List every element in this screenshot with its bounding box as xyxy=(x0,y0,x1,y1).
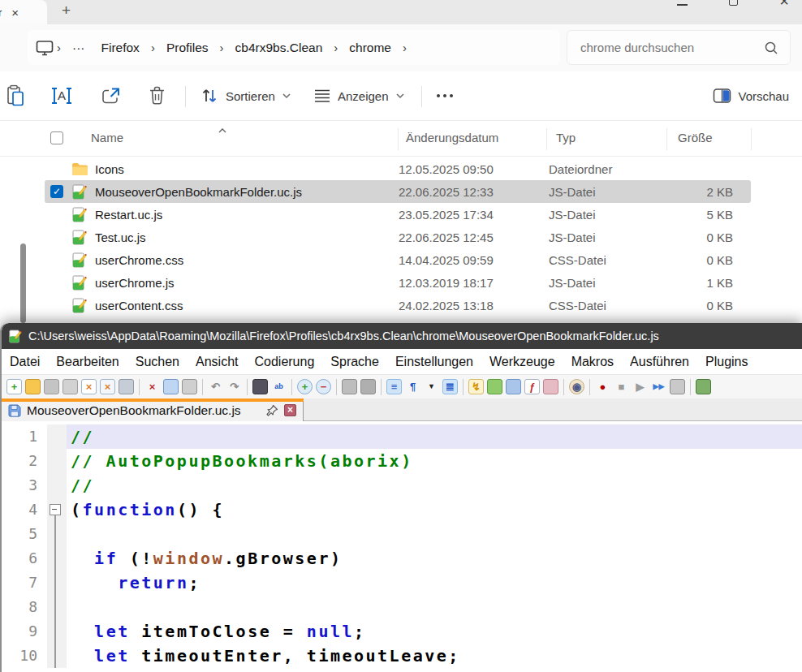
symbols-dropdown-icon[interactable]: ▼ xyxy=(424,379,439,394)
notepadpp-titlebar[interactable]: C:\Users\weiss\AppData\Roaming\Mozilla\F… xyxy=(2,323,802,349)
document-tab[interactable]: MouseoverOpenBookmarkFolder.uc.js × xyxy=(2,398,304,421)
new-file-icon[interactable]: + xyxy=(6,379,22,394)
menu-ansicht[interactable]: Ansicht xyxy=(188,355,246,369)
plugin-icon[interactable] xyxy=(696,379,711,394)
menu-suchen[interactable]: Suchen xyxy=(127,355,188,369)
restore-zoom-icon[interactable] xyxy=(342,379,357,394)
open-folder-icon[interactable] xyxy=(25,379,41,394)
tab-close-icon[interactable]: × xyxy=(11,6,19,19)
zoom-out-icon[interactable]: − xyxy=(316,379,331,394)
file-row[interactable]: userChrome.js 12.03.2019 18:17 JS-Datei … xyxy=(45,271,751,294)
more-options-button[interactable] xyxy=(435,93,455,99)
zoom-in-icon[interactable]: + xyxy=(297,379,313,394)
column-separator[interactable] xyxy=(751,128,752,150)
file-row[interactable]: Restart.uc.js 23.05.2025 17:34 JS-Datei … xyxy=(45,203,751,226)
macro-save-icon[interactable] xyxy=(670,379,685,394)
breadcrumb-item[interactable]: Firefox xyxy=(93,41,148,55)
scrollbar-thumb[interactable] xyxy=(20,243,26,323)
run-icon[interactable]: ↯ xyxy=(468,379,484,394)
file-row[interactable]: userContent.css 24.02.2025 13:18 CSS-Dat… xyxy=(45,294,751,317)
code-line[interactable]: 9 let itemToClose = null; xyxy=(2,619,802,644)
cut-icon[interactable]: × xyxy=(144,379,160,394)
redo-icon[interactable]: ↷ xyxy=(226,379,242,394)
document-switcher-icon[interactable] xyxy=(506,379,521,394)
code-line[interactable]: 6 if (!window.gBrowser) xyxy=(2,546,802,571)
menu-codierung[interactable]: Codierung xyxy=(246,355,322,369)
close-all-docs-icon[interactable]: × xyxy=(100,379,115,394)
search-input[interactable] xyxy=(579,40,764,55)
restore-zoom-all-icon[interactable] xyxy=(360,379,376,394)
code-line[interactable]: 4(function() { xyxy=(2,498,802,522)
code-line[interactable]: 7 return; xyxy=(2,571,802,595)
code-line[interactable]: 1// xyxy=(2,424,802,449)
indent-guide-icon[interactable]: ≣ xyxy=(442,379,458,394)
paste-icon[interactable] xyxy=(182,379,197,394)
preview-button[interactable]: Vorschau xyxy=(713,88,789,105)
maximize-icon[interactable] xyxy=(729,0,738,6)
column-header-type[interactable]: Typ xyxy=(556,131,576,144)
print-icon[interactable] xyxy=(119,379,134,394)
column-separator[interactable] xyxy=(666,128,667,150)
file-monitoring-icon[interactable]: ◉ xyxy=(569,379,584,394)
menu-makros[interactable]: Makros xyxy=(563,355,622,369)
undo-icon[interactable]: ↶ xyxy=(208,379,223,394)
delete-button[interactable] xyxy=(148,86,166,106)
breadcrumb-item[interactable]: cb4rx9bs.Clean xyxy=(227,41,331,55)
replace-icon[interactable]: ab xyxy=(271,379,287,394)
macro-play-icon[interactable]: ▶ xyxy=(632,379,648,394)
code-editor[interactable]: 1//2// AutoPopupBookmarks(aborix)3//4(fu… xyxy=(2,421,802,672)
word-wrap-icon[interactable]: ≡ xyxy=(386,379,402,394)
column-header-size[interactable]: Größe xyxy=(678,131,713,144)
column-separator[interactable] xyxy=(546,128,547,150)
column-header-date[interactable]: Änderungsdatum xyxy=(406,131,498,144)
search-icon[interactable] xyxy=(764,41,778,55)
column-separator[interactable] xyxy=(398,128,399,150)
code-line[interactable]: 2// AutoPopupBookmarks(aborix) xyxy=(2,449,802,473)
tab-close-icon[interactable]: × xyxy=(284,404,296,416)
macro-record-icon[interactable]: ● xyxy=(595,379,610,394)
save-icon[interactable] xyxy=(44,379,59,394)
explorer-tab[interactable]: r × xyxy=(0,0,47,24)
code-line[interactable]: 8 xyxy=(2,595,802,619)
share-button[interactable] xyxy=(101,86,122,106)
file-row[interactable]: userChrome.css 14.04.2025 09:59 CSS-Date… xyxy=(45,248,751,271)
fold-margin[interactable] xyxy=(47,498,67,522)
column-header-name[interactable]: Name xyxy=(91,131,123,144)
minimize-icon[interactable] xyxy=(677,4,688,6)
menu-sprache[interactable]: Sprache xyxy=(322,355,387,369)
close-doc-icon[interactable]: × xyxy=(81,379,97,394)
code-line[interactable]: 5 xyxy=(2,522,802,546)
new-tab-button[interactable]: + xyxy=(62,2,71,19)
sort-button[interactable]: Sortieren xyxy=(200,86,291,106)
code-line[interactable]: 3// xyxy=(2,473,802,498)
row-checkbox[interactable] xyxy=(50,185,63,198)
file-row[interactable]: MouseoverOpenBookmarkFolder.uc.js 22.06.… xyxy=(45,180,751,203)
pin-icon[interactable] xyxy=(266,404,278,416)
breadcrumb-item[interactable]: chrome xyxy=(341,41,399,55)
macro-playback-multi-icon[interactable]: ▶▶ xyxy=(651,379,666,394)
menu-werkzeuge[interactable]: Werkzeuge xyxy=(481,355,563,369)
file-row[interactable]: Icons 12.05.2025 09:50 Dateiordner xyxy=(45,157,751,180)
menu-ausführen[interactable]: Ausführen xyxy=(622,355,697,369)
menu-datei[interactable]: Datei xyxy=(2,355,48,369)
file-row[interactable]: Test.uc.js 22.06.2025 12:45 JS-Datei 0 K… xyxy=(45,226,751,248)
macro-stop-icon[interactable]: ■ xyxy=(614,379,629,394)
breadcrumb-item[interactable]: Profiles xyxy=(158,41,217,55)
rename-button[interactable]: A xyxy=(50,86,73,106)
fold-collapse-icon[interactable] xyxy=(50,504,61,515)
folder-as-workspace-icon[interactable] xyxy=(543,379,558,394)
menu-einstellungen[interactable]: Einstellungen xyxy=(387,355,481,369)
paste-button[interactable] xyxy=(6,85,24,107)
view-button[interactable]: Anzeigen xyxy=(313,88,405,104)
search-box[interactable] xyxy=(567,30,791,65)
show-all-characters-icon[interactable]: ¶ xyxy=(405,379,420,394)
save-all-icon[interactable] xyxy=(63,379,78,394)
breadcrumb[interactable]: › ···Firefox›Profiles›cb4rx9bs.Clean›chr… xyxy=(28,30,560,65)
close-icon[interactable]: × xyxy=(779,0,789,9)
document-map-icon[interactable] xyxy=(487,379,502,394)
select-all-checkbox[interactable] xyxy=(50,131,63,144)
menu-plugins[interactable]: Plugins xyxy=(697,355,756,369)
breadcrumb-item[interactable]: ··· xyxy=(64,41,93,55)
copy-icon[interactable] xyxy=(163,379,179,394)
code-line[interactable]: 10 let timeoutEnter, timeoutLeave; xyxy=(2,644,802,668)
